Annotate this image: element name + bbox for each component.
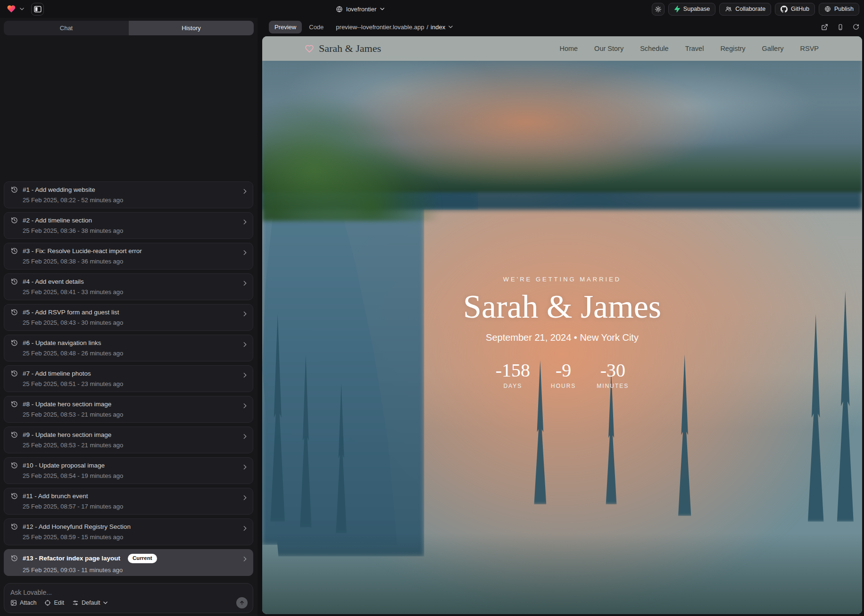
mobile-view-icon[interactable] — [837, 24, 844, 31]
ask-lovable-input[interactable] — [10, 589, 247, 596]
history-item-title: #12 - Add Honeyfund Registry Section — [23, 523, 131, 530]
history-item-timestamp: 25 Feb 2025, 08:53 - 21 minutes ago — [23, 411, 246, 418]
chevron-down-icon[interactable] — [20, 8, 24, 10]
history-item-timestamp: 25 Feb 2025, 09:03 - 11 minutes ago — [23, 567, 246, 574]
history-item[interactable]: #12 - Add Honeyfund Registry Section 25 … — [4, 518, 253, 545]
publish-globe-icon — [824, 6, 831, 12]
preview-toolbar: Preview Code preview--lovefrontier.lovab… — [269, 20, 859, 34]
history-clock-icon — [11, 431, 18, 438]
site-nav: Home Our Story Schedule Travel Registry … — [559, 45, 819, 52]
chevron-right-icon — [243, 434, 247, 439]
history-item[interactable]: #4 - Add event details 25 Feb 2025, 08:4… — [4, 273, 253, 300]
settings-button[interactable] — [652, 3, 665, 16]
history-item-timestamp: 25 Feb 2025, 08:38 - 36 minutes ago — [23, 258, 246, 265]
url-host: preview--lovefrontier.lovable.app — [336, 24, 424, 31]
history-item[interactable]: #11 - Add brunch event 25 Feb 2025, 08:5… — [4, 488, 253, 515]
arrow-up-icon — [239, 600, 245, 606]
history-list: #1 - Add wedding website 25 Feb 2025, 08… — [4, 181, 253, 580]
history-item[interactable]: #13 - Refactor index page layout Current… — [4, 549, 253, 576]
nav-rsvp[interactable]: RSVP — [800, 45, 819, 52]
history-item-timestamp: 25 Feb 2025, 08:41 - 33 minutes ago — [23, 288, 246, 296]
supabase-label: Supabase — [683, 6, 710, 12]
tab-history[interactable]: History — [129, 21, 254, 35]
history-item[interactable]: #10 - Update proposal image 25 Feb 2025,… — [4, 457, 253, 484]
nav-our-story[interactable]: Our Story — [594, 45, 623, 52]
edit-button[interactable]: Edit — [44, 600, 64, 606]
lovable-heart-logo[interactable] — [6, 4, 17, 14]
hero-eyebrow: WE'RE GETTING MARRIED — [262, 276, 862, 283]
nav-schedule[interactable]: Schedule — [640, 45, 668, 52]
countdown: -158 DAYS -9 HOURS -30 MINUTES — [262, 361, 862, 389]
supabase-button[interactable]: Supabase — [668, 3, 715, 16]
attach-button[interactable]: Attach — [10, 600, 36, 606]
history-item-title: #7 - Add timeline photos — [23, 370, 91, 377]
nav-travel[interactable]: Travel — [685, 45, 704, 52]
history-item-title: #13 - Refactor index page layout — [23, 555, 120, 562]
github-label: GitHub — [791, 6, 809, 12]
history-item[interactable]: #8 - Update hero section image 25 Feb 20… — [4, 396, 253, 423]
site-brand-text: Sarah & James — [319, 42, 381, 55]
chevron-right-icon — [243, 189, 247, 194]
nav-registry[interactable]: Registry — [720, 45, 745, 52]
history-item[interactable]: #2 - Add timeline section 25 Feb 2025, 0… — [4, 212, 253, 239]
site-preview-frame: Sarah & James Home Our Story Schedule Tr… — [262, 36, 862, 614]
history-item-timestamp: 25 Feb 2025, 08:48 - 26 minutes ago — [23, 350, 246, 357]
history-item-title: #3 - Fix: Resolve Lucide-react import er… — [23, 247, 142, 255]
collaborate-button[interactable]: Collaborate — [719, 3, 771, 16]
sidebar-toggle-button[interactable] — [31, 3, 44, 16]
mode-selector[interactable]: Default — [72, 600, 108, 606]
countdown-minutes-label: MINUTES — [597, 383, 629, 389]
chevron-right-icon — [243, 403, 247, 409]
url-separator: / — [426, 24, 428, 31]
history-clock-icon — [11, 247, 18, 255]
project-switcher[interactable]: lovefrontier — [336, 0, 384, 18]
countdown-hours: -9 HOURS — [551, 361, 576, 389]
heart-outline-icon — [305, 44, 314, 53]
globe-icon — [336, 6, 343, 13]
history-item[interactable]: #5 - Add RSVP form and guest list 25 Feb… — [4, 304, 253, 331]
project-name: lovefrontier — [346, 6, 376, 13]
countdown-minutes: -30 MINUTES — [597, 361, 629, 389]
nav-gallery[interactable]: Gallery — [762, 45, 784, 52]
history-clock-icon — [11, 186, 18, 193]
history-item[interactable]: #1 - Add wedding website 25 Feb 2025, 08… — [4, 181, 253, 208]
sidebar-panel-icon — [34, 6, 42, 13]
countdown-days-value: -158 — [496, 361, 530, 380]
attach-label: Attach — [20, 600, 36, 606]
tab-preview[interactable]: Preview — [269, 21, 302, 33]
history-item-title: #5 - Add RSVP form and guest list — [23, 309, 119, 316]
history-item-timestamp: 25 Feb 2025, 08:51 - 23 minutes ago — [23, 380, 246, 387]
publish-button[interactable]: Publish — [819, 3, 859, 16]
history-item[interactable]: #3 - Fix: Resolve Lucide-react import er… — [4, 243, 253, 270]
tab-chat[interactable]: Chat — [4, 21, 129, 35]
chevron-right-icon — [243, 280, 247, 286]
mode-label: Default — [82, 600, 100, 606]
history-item[interactable]: #6 - Update navigation links 25 Feb 2025… — [4, 335, 253, 361]
countdown-hours-value: -9 — [551, 361, 576, 380]
attach-image-icon — [10, 600, 17, 606]
github-button[interactable]: GitHub — [775, 3, 815, 16]
countdown-days-label: DAYS — [496, 383, 530, 389]
history-clock-icon — [11, 555, 18, 562]
history-item-timestamp: 25 Feb 2025, 08:53 - 21 minutes ago — [23, 442, 246, 449]
preview-url[interactable]: preview--lovefrontier.lovable.app / inde… — [336, 24, 453, 31]
history-item[interactable]: #7 - Add timeline photos 25 Feb 2025, 08… — [4, 365, 253, 392]
history-clock-icon — [11, 309, 18, 316]
countdown-hours-label: HOURS — [551, 383, 576, 389]
hero-title: Sarah & James — [262, 289, 862, 324]
chevron-down-icon — [380, 8, 384, 10]
history-item-timestamp: 25 Feb 2025, 08:36 - 38 minutes ago — [23, 227, 246, 234]
history-clock-icon — [11, 370, 18, 377]
publish-label: Publish — [834, 6, 854, 12]
tab-history-label: History — [182, 25, 200, 32]
site-brand[interactable]: Sarah & James — [305, 42, 381, 55]
tab-code[interactable]: Code — [309, 24, 324, 31]
open-external-icon[interactable] — [821, 24, 828, 31]
nav-home[interactable]: Home — [559, 45, 578, 52]
history-item[interactable]: #9 - Update hero section image 25 Feb 20… — [4, 427, 253, 453]
refresh-icon[interactable] — [853, 24, 859, 30]
left-sidebar: Chat History #1 - Add wedding website 25… — [0, 18, 258, 616]
tab-code-label: Code — [309, 24, 324, 31]
send-button[interactable] — [236, 597, 248, 608]
chevron-down-icon — [103, 601, 108, 604]
